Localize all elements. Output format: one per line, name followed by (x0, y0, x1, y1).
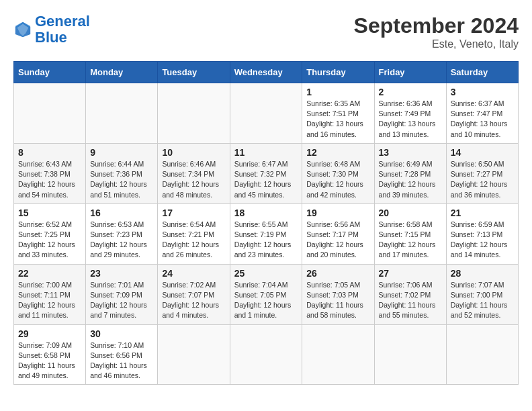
calendar-day-cell (158, 83, 230, 144)
day-number: 18 (234, 208, 298, 218)
calendar-day-cell: 9Sunrise: 6:44 AMSunset: 7:36 PMDaylight… (86, 143, 158, 203)
day-info: Sunrise: 6:36 AMSunset: 7:49 PMDaylight:… (379, 99, 442, 140)
day-number: 3 (451, 87, 514, 97)
calendar-day-cell: 1Sunrise: 6:35 AMSunset: 7:51 PMDaylight… (302, 83, 374, 144)
calendar-day-cell: 3Sunrise: 6:37 AMSunset: 7:47 PMDaylight… (446, 83, 518, 144)
day-number: 2 (379, 87, 442, 97)
day-number: 24 (162, 268, 225, 279)
calendar-day-cell: 26Sunrise: 7:05 AMSunset: 7:03 PMDayligh… (302, 264, 374, 324)
calendar-day-cell: 21Sunrise: 6:59 AMSunset: 7:13 PMDayligh… (446, 203, 518, 264)
day-number: 1 (306, 87, 369, 97)
weekday-header-cell: Friday (374, 62, 446, 83)
weekday-header-cell: Sunday (14, 62, 86, 83)
day-info: Sunrise: 6:54 AMSunset: 7:21 PMDaylight:… (162, 220, 225, 261)
weekday-header-row: SundayMondayTuesdayWednesdayThursdayFrid… (14, 62, 519, 83)
calendar-day-cell: 17Sunrise: 6:54 AMSunset: 7:21 PMDayligh… (158, 203, 230, 264)
calendar-day-cell: 29Sunrise: 7:09 AMSunset: 6:58 PMDayligh… (14, 324, 86, 385)
calendar-day-cell: 8Sunrise: 6:43 AMSunset: 7:38 PMDaylight… (14, 143, 86, 203)
day-info: Sunrise: 7:07 AMSunset: 7:00 PMDaylight:… (451, 280, 514, 321)
day-number: 29 (18, 328, 81, 339)
weekday-header-cell: Tuesday (158, 62, 230, 83)
day-info: Sunrise: 6:44 AMSunset: 7:36 PMDaylight:… (90, 159, 153, 200)
calendar-day-cell: 13Sunrise: 6:49 AMSunset: 7:28 PMDayligh… (374, 143, 446, 203)
day-number: 13 (379, 147, 442, 158)
calendar-day-cell: 30Sunrise: 7:10 AMSunset: 6:56 PMDayligh… (86, 324, 158, 385)
day-info: Sunrise: 6:52 AMSunset: 7:25 PMDaylight:… (18, 220, 81, 261)
day-number: 21 (451, 208, 514, 218)
day-number: 11 (234, 147, 298, 158)
day-info: Sunrise: 6:55 AMSunset: 7:19 PMDaylight:… (234, 220, 298, 261)
calendar-table: SundayMondayTuesdayWednesdayThursdayFrid… (13, 61, 519, 385)
location-subtitle: Este, Veneto, Italy (354, 38, 519, 50)
day-info: Sunrise: 6:58 AMSunset: 7:15 PMDaylight:… (379, 220, 442, 261)
calendar-day-cell: 19Sunrise: 6:56 AMSunset: 7:17 PMDayligh… (302, 203, 374, 264)
day-info: Sunrise: 6:47 AMSunset: 7:32 PMDaylight:… (234, 159, 298, 200)
calendar-day-cell: 28Sunrise: 7:07 AMSunset: 7:00 PMDayligh… (446, 264, 518, 324)
calendar-day-cell (158, 324, 230, 385)
calendar-day-cell: 23Sunrise: 7:01 AMSunset: 7:09 PMDayligh… (86, 264, 158, 324)
day-info: Sunrise: 6:48 AMSunset: 7:30 PMDaylight:… (306, 159, 369, 200)
day-info: Sunrise: 7:00 AMSunset: 7:11 PMDaylight:… (18, 280, 81, 321)
calendar-day-cell: 20Sunrise: 6:58 AMSunset: 7:15 PMDayligh… (374, 203, 446, 264)
day-info: Sunrise: 6:53 AMSunset: 7:23 PMDaylight:… (90, 220, 153, 261)
day-number: 16 (90, 208, 153, 218)
day-info: Sunrise: 7:05 AMSunset: 7:03 PMDaylight:… (306, 280, 369, 321)
day-number: 8 (18, 147, 81, 158)
day-info: Sunrise: 7:02 AMSunset: 7:07 PMDaylight:… (162, 280, 225, 321)
day-number: 15 (18, 208, 81, 218)
calendar-day-cell (230, 83, 302, 144)
calendar-body: 1Sunrise: 6:35 AMSunset: 7:51 PMDaylight… (14, 83, 519, 385)
day-number: 14 (451, 147, 514, 158)
day-info: Sunrise: 7:06 AMSunset: 7:02 PMDaylight:… (379, 280, 442, 321)
day-number: 22 (18, 268, 81, 279)
day-number: 9 (90, 147, 153, 158)
calendar-day-cell (86, 83, 158, 144)
calendar-week-row: 8Sunrise: 6:43 AMSunset: 7:38 PMDaylight… (14, 143, 519, 203)
day-number: 20 (379, 208, 442, 218)
calendar-week-row: 29Sunrise: 7:09 AMSunset: 6:58 PMDayligh… (14, 324, 519, 385)
day-info: Sunrise: 6:46 AMSunset: 7:34 PMDaylight:… (162, 159, 225, 200)
weekday-header-cell: Monday (86, 62, 158, 83)
calendar-day-cell (446, 324, 518, 385)
day-info: Sunrise: 6:59 AMSunset: 7:13 PMDaylight:… (451, 220, 514, 261)
page-header: General Blue September 2024 Este, Veneto… (13, 13, 519, 50)
day-info: Sunrise: 7:04 AMSunset: 7:05 PMDaylight:… (234, 280, 298, 321)
day-info: Sunrise: 6:43 AMSunset: 7:38 PMDaylight:… (18, 159, 81, 200)
day-number: 17 (162, 208, 225, 218)
calendar-day-cell (230, 324, 302, 385)
calendar-day-cell: 16Sunrise: 6:53 AMSunset: 7:23 PMDayligh… (86, 203, 158, 264)
calendar-day-cell (302, 324, 374, 385)
day-number: 23 (90, 268, 153, 279)
day-info: Sunrise: 6:56 AMSunset: 7:17 PMDaylight:… (306, 220, 369, 261)
calendar-day-cell: 24Sunrise: 7:02 AMSunset: 7:07 PMDayligh… (158, 264, 230, 324)
calendar-day-cell (14, 83, 86, 144)
calendar-day-cell: 2Sunrise: 6:36 AMSunset: 7:49 PMDaylight… (374, 83, 446, 144)
day-info: Sunrise: 6:35 AMSunset: 7:51 PMDaylight:… (306, 99, 369, 140)
logo: General Blue (13, 13, 90, 46)
day-number: 12 (306, 147, 369, 158)
calendar-day-cell: 15Sunrise: 6:52 AMSunset: 7:25 PMDayligh… (14, 203, 86, 264)
calendar-day-cell: 12Sunrise: 6:48 AMSunset: 7:30 PMDayligh… (302, 143, 374, 203)
calendar-day-cell (374, 324, 446, 385)
day-number: 26 (306, 268, 369, 279)
calendar-day-cell: 25Sunrise: 7:04 AMSunset: 7:05 PMDayligh… (230, 264, 302, 324)
day-info: Sunrise: 6:49 AMSunset: 7:28 PMDaylight:… (379, 159, 442, 200)
calendar-day-cell: 10Sunrise: 6:46 AMSunset: 7:34 PMDayligh… (158, 143, 230, 203)
calendar-week-row: 1Sunrise: 6:35 AMSunset: 7:51 PMDaylight… (14, 83, 519, 144)
day-info: Sunrise: 6:37 AMSunset: 7:47 PMDaylight:… (451, 99, 514, 140)
day-number: 10 (162, 147, 225, 158)
calendar-day-cell: 27Sunrise: 7:06 AMSunset: 7:02 PMDayligh… (374, 264, 446, 324)
title-block: September 2024 Este, Veneto, Italy (354, 13, 519, 50)
month-title: September 2024 (354, 13, 519, 38)
calendar-day-cell: 22Sunrise: 7:00 AMSunset: 7:11 PMDayligh… (14, 264, 86, 324)
day-number: 25 (234, 268, 298, 279)
day-info: Sunrise: 7:09 AMSunset: 6:58 PMDaylight:… (18, 340, 81, 381)
calendar-day-cell: 11Sunrise: 6:47 AMSunset: 7:32 PMDayligh… (230, 143, 302, 203)
logo-text: General Blue (35, 13, 90, 46)
weekday-header-cell: Thursday (302, 62, 374, 83)
logo-icon (13, 20, 32, 39)
day-number: 19 (306, 208, 369, 218)
weekday-header-cell: Wednesday (230, 62, 302, 83)
calendar-day-cell: 14Sunrise: 6:50 AMSunset: 7:27 PMDayligh… (446, 143, 518, 203)
calendar-week-row: 15Sunrise: 6:52 AMSunset: 7:25 PMDayligh… (14, 203, 519, 264)
